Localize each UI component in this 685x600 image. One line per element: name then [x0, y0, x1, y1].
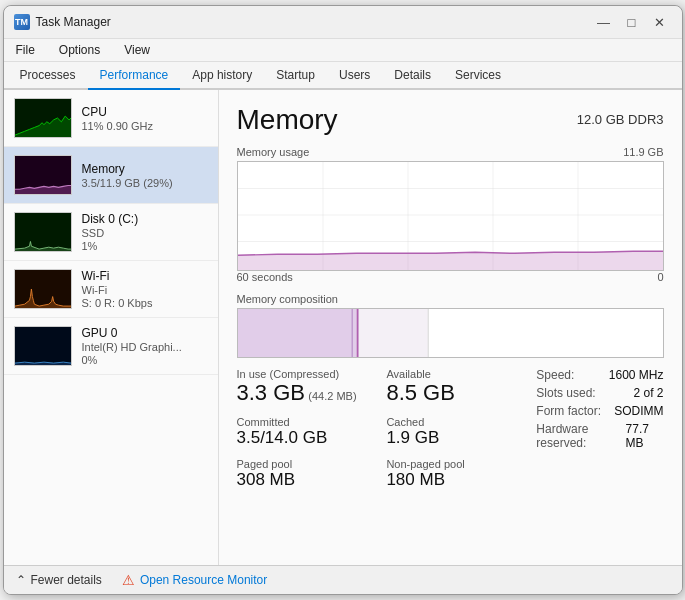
svg-marker-8 [15, 362, 71, 365]
stat-in-use: In use (Compressed) 3.3 GB (44.2 MB) [237, 368, 377, 406]
stat-nonpaged-label: Non-paged pool [386, 458, 526, 470]
tab-services[interactable]: Services [443, 62, 513, 90]
disk-thumbnail [14, 212, 72, 252]
form-value: SODIMM [614, 404, 663, 418]
wifi-label: Wi-Fi [82, 269, 208, 283]
svg-rect-21 [358, 309, 427, 357]
detail-spec: 12.0 GB DDR3 [577, 104, 664, 127]
tab-users[interactable]: Users [327, 62, 382, 90]
app-icon: TM [14, 14, 30, 30]
tab-details[interactable]: Details [382, 62, 443, 90]
detail-title: Memory [237, 104, 338, 136]
stat-available: Available 8.5 GB [386, 368, 526, 406]
cpu-label: CPU [82, 105, 208, 119]
memory-info: Memory 3.5/11.9 GB (29%) [82, 162, 208, 189]
wifi-sub1: Wi-Fi [82, 284, 208, 296]
svg-rect-23 [428, 309, 662, 357]
fewer-details-button[interactable]: ⌃ Fewer details [16, 573, 102, 587]
menu-options[interactable]: Options [55, 41, 104, 59]
stats-section: In use (Compressed) 3.3 GB (44.2 MB) Com… [237, 368, 664, 500]
cpu-sub: 11% 0.90 GHz [82, 120, 208, 132]
center-stats: Available 8.5 GB Cached 1.9 GB Non-paged… [386, 368, 526, 500]
usage-chart-time: 60 seconds 0 [237, 271, 664, 283]
svg-rect-22 [427, 309, 428, 357]
resource-monitor-icon: ⚠ [122, 572, 135, 588]
stat-cached-label: Cached [386, 416, 526, 428]
sidebar: CPU 11% 0.90 GHz Memory [4, 90, 219, 565]
wifi-info: Wi-Fi Wi-Fi S: 0 R: 0 Kbps [82, 269, 208, 309]
cpu-info: CPU 11% 0.90 GHz [82, 105, 208, 132]
window-controls: — □ ✕ [592, 12, 672, 32]
svg-rect-3 [15, 213, 71, 251]
main-content: CPU 11% 0.90 GHz Memory [4, 90, 682, 565]
svg-rect-20 [356, 309, 358, 357]
detail-panel: Memory 12.0 GB DDR3 Memory usage 11.9 GB [219, 90, 682, 565]
stat-cached: Cached 1.9 GB [386, 416, 526, 448]
svg-rect-5 [15, 270, 71, 308]
close-button[interactable]: ✕ [648, 12, 672, 32]
stat-nonpaged-value: 180 MB [386, 470, 526, 490]
stat-in-use-value: 3.3 GB [237, 380, 305, 405]
window-title: Task Manager [36, 15, 111, 29]
tab-processes[interactable]: Processes [8, 62, 88, 90]
tab-app-history[interactable]: App history [180, 62, 264, 90]
open-resource-monitor-link[interactable]: ⚠ Open Resource Monitor [122, 572, 267, 588]
gpu-info: GPU 0 Intel(R) HD Graphi... 0% [82, 326, 208, 366]
slots-label: Slots used: [536, 386, 595, 400]
svg-rect-7 [15, 327, 71, 365]
stat-nonpaged: Non-paged pool 180 MB [386, 458, 526, 490]
task-manager-window: TM Task Manager — □ ✕ File Options View … [3, 5, 683, 595]
svg-rect-19 [238, 309, 357, 357]
sidebar-item-memory[interactable]: Memory 3.5/11.9 GB (29%) [4, 147, 218, 204]
stat-available-value: 8.5 GB [386, 380, 526, 406]
gpu-sub1: Intel(R) HD Graphi... [82, 341, 208, 353]
usage-chart-label: Memory usage 11.9 GB [237, 146, 664, 158]
left-stats: In use (Compressed) 3.3 GB (44.2 MB) Com… [237, 368, 377, 500]
disk-sub2: 1% [82, 240, 208, 252]
slots-value: 2 of 2 [633, 386, 663, 400]
menu-file[interactable]: File [12, 41, 39, 59]
stat-committed-label: Committed [237, 416, 377, 428]
stat-in-use-sub: (44.2 MB) [308, 390, 356, 402]
stat-paged: Paged pool 308 MB [237, 458, 377, 490]
hw-reserved-label: Hardware reserved: [536, 422, 625, 450]
memory-usage-chart [237, 161, 664, 271]
title-left: TM Task Manager [14, 14, 111, 30]
gpu-label: GPU 0 [82, 326, 208, 340]
gpu-sub2: 0% [82, 354, 208, 366]
menu-bar: File Options View [4, 39, 682, 62]
stat-slots: Slots used: 2 of 2 [536, 386, 663, 400]
stat-available-label: Available [386, 368, 526, 380]
stat-paged-label: Paged pool [237, 458, 377, 470]
minimize-button[interactable]: — [592, 12, 616, 32]
stat-committed-value: 3.5/14.0 GB [237, 428, 377, 448]
sidebar-item-disk[interactable]: Disk 0 (C:) SSD 1% [4, 204, 218, 261]
title-bar: TM Task Manager — □ ✕ [4, 6, 682, 39]
sidebar-item-wifi[interactable]: Wi-Fi Wi-Fi S: 0 R: 0 Kbps [4, 261, 218, 318]
stat-form: Form factor: SODIMM [536, 404, 663, 418]
stat-hw-reserved: Hardware reserved: 77.7 MB [536, 422, 663, 450]
wifi-thumbnail [14, 269, 72, 309]
sidebar-item-gpu[interactable]: GPU 0 Intel(R) HD Graphi... 0% [4, 318, 218, 375]
open-resource-monitor-label: Open Resource Monitor [140, 573, 267, 587]
form-label: Form factor: [536, 404, 601, 418]
composition-chart-label: Memory composition [237, 293, 664, 305]
menu-view[interactable]: View [120, 41, 154, 59]
disk-sub1: SSD [82, 227, 208, 239]
tab-performance[interactable]: Performance [88, 62, 181, 90]
disk-info: Disk 0 (C:) SSD 1% [82, 212, 208, 252]
tab-startup[interactable]: Startup [264, 62, 327, 90]
sidebar-item-cpu[interactable]: CPU 11% 0.90 GHz [4, 90, 218, 147]
memory-composition-chart [237, 308, 664, 358]
stat-committed: Committed 3.5/14.0 GB [237, 416, 377, 448]
stat-paged-value: 308 MB [237, 470, 377, 490]
cpu-thumbnail [14, 98, 72, 138]
memory-thumbnail [14, 155, 72, 195]
chevron-up-icon: ⌃ [16, 573, 26, 587]
maximize-button[interactable]: □ [620, 12, 644, 32]
tab-bar: Processes Performance App history Startu… [4, 62, 682, 90]
svg-rect-24 [351, 309, 352, 357]
right-stats: Speed: 1600 MHz Slots used: 2 of 2 Form … [536, 368, 663, 500]
stat-cached-value: 1.9 GB [386, 428, 526, 448]
composition-chart-section: Memory composition [237, 293, 664, 358]
